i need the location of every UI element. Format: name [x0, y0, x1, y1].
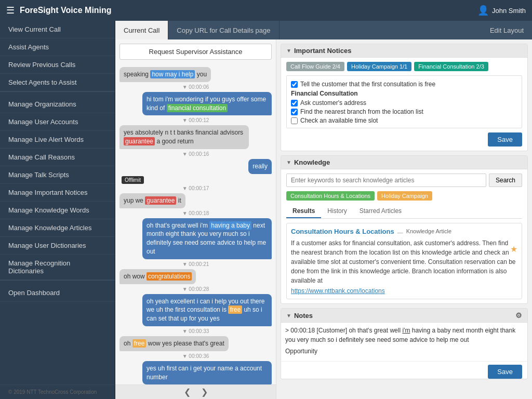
msg-customer-2: really [119, 158, 272, 175]
knowledge-search-row: Search [286, 174, 522, 187]
right-panel: ▼ Important Notices Call Flow Guide 2/4 … [276, 39, 532, 399]
tabs-left: Current Call Copy URL for Call Details p… [115, 21, 280, 39]
highlight-financial-consultation: financial consultation [167, 104, 228, 112]
checklist-item-notice: Tell the customer that the first consult… [291, 81, 517, 88]
article-separator: — [397, 229, 403, 235]
highlight-congratulations: congratulations [147, 272, 192, 281]
checklist-checkbox-nearest-branch[interactable] [291, 109, 298, 115]
checklist-label-notice: Tell the customer that the first consult… [300, 81, 435, 88]
highlight-guarantee-1: guarantee [124, 137, 155, 145]
tag-call-flow-guide[interactable]: Call Flow Guide 2/4 [286, 62, 344, 71]
sidebar-item-manage-organizations[interactable]: Manage Organizations [0, 96, 115, 113]
header-left: ☰ ForeSight Voice Mining [6, 5, 112, 16]
user-info: 👤 John Smith [477, 5, 526, 16]
sidebar-item-manage-call-reasons[interactable]: Manage Call Reasons [0, 149, 115, 166]
msg-customer-3: oh that's great well i'm having a baby n… [119, 217, 272, 260]
timestamp-1: ▼ 00:00:06 [119, 84, 272, 90]
timestamp-4: ▼ 00:00:17 [119, 185, 272, 191]
notes-save-row: Save [281, 361, 527, 368]
edit-layout-button[interactable]: Edit Layout [482, 21, 532, 39]
sidebar-item-view-current-call[interactable]: View Current Call [0, 21, 115, 38]
msg-customer-5: yes uh first can i get your name a accou… [119, 360, 272, 384]
app-title: ForeSight Voice Mining [20, 6, 112, 15]
sidebar-item-manage-user-accounts[interactable]: Manage User Accounts [0, 113, 115, 131]
offlimit-tooltip: Offlimit [122, 176, 144, 184]
knowledge-tab-bar: Results History Starred Articles [286, 205, 522, 219]
tab-history[interactable]: History [321, 205, 353, 218]
checklist-item-time-slot: Check an available time slot [291, 117, 517, 124]
nav-expand-icon[interactable]: ❯ [201, 387, 208, 397]
highlight-guarantee-2: guarantee [145, 196, 176, 205]
sidebar: View Current Call Assist Agents Review P… [0, 21, 115, 399]
request-supervisor-btn[interactable]: Request Supervisor Assistance [119, 44, 272, 60]
sidebar-footer: © 2019 NTT TechnoCross Corporation [0, 384, 115, 399]
save-notes-button[interactable]: Save [488, 365, 522, 379]
sidebar-item-assist-agents[interactable]: Assist Agents [0, 38, 115, 56]
tab-starred-articles[interactable]: Starred Articles [353, 205, 408, 218]
article-title: Consultation Hours & Locations [291, 228, 394, 235]
chat-bottom-nav: ❮ ❯ [115, 384, 276, 399]
sidebar-item-manage-recognition-dictionaries[interactable]: Manage Recognition Dictionaries [0, 255, 115, 280]
notes-subtext: Opportunity [285, 347, 523, 356]
timestamp-6: ▼ 00:00:21 [119, 261, 272, 267]
chat-panel: Request Supervisor Assistance speaking h… [115, 39, 276, 399]
tab-copy-url[interactable]: Copy URL for Call Details page [168, 21, 279, 39]
notes-title: Notes [294, 312, 313, 320]
sidebar-item-manage-knowledge-articles[interactable]: Manage Knowledge Articles [0, 219, 115, 237]
msg-customer-1: hi tom i'm wondering if you guys offer s… [119, 91, 272, 117]
sidebar-item-manage-talk-scripts[interactable]: Manage Talk Scripts [0, 166, 115, 184]
knowledge-tag-holiday[interactable]: Holiday Campaign [377, 191, 432, 201]
notes-header: ▼ Notes ⚙ [281, 309, 527, 323]
nav-prev-icon[interactable]: ❮ [184, 387, 191, 397]
msg-agent-3: yup we guarantee it [119, 192, 272, 209]
checklist-checkbox-address[interactable] [291, 100, 298, 107]
timestamp-7: ▼ 00:00:28 [119, 286, 272, 292]
sidebar-item-manage-user-dictionaries[interactable]: Manage User Dictionaries [0, 237, 115, 255]
chat-messages: speaking how may i help you ▼ 00:00:06 h… [115, 64, 276, 384]
knowledge-tag-consultation[interactable]: Consultation Hours & Locations [286, 191, 375, 201]
checklist-checkbox-time-slot[interactable] [291, 117, 298, 124]
checklist-label-nearest-branch: Find the nearest branch from the locatio… [300, 108, 423, 115]
knowledge-body: Search Consultation Hours & Locations Ho… [281, 169, 527, 303]
sidebar-item-open-dashboard[interactable]: Open Dashboard [0, 284, 115, 302]
checklist-label-time-slot: Check an available time slot [300, 117, 378, 124]
notes-body: > 00:00:18 [Customer] oh that's great we… [281, 323, 527, 361]
timestamp-8: ▼ 00:00:33 [119, 328, 272, 334]
knowledge-search-button[interactable]: Search [489, 174, 522, 187]
tag-holiday-campaign[interactable]: Holiday Campaign 1/1 [347, 62, 411, 71]
hamburger-icon[interactable]: ☰ [6, 5, 15, 16]
tag-financial-consultation[interactable]: Financial Consultation 2/3 [414, 62, 488, 71]
msg-agent-2: yes absolutely n t t banks financial adv… [119, 124, 272, 150]
article-subtitle: Knowledge Article [406, 228, 451, 234]
important-notices-title: Important Notices [294, 47, 352, 55]
knowledge-search-input[interactable] [286, 174, 486, 187]
sidebar-item-manage-live-alert-words[interactable]: Manage Live Alert Words [0, 131, 115, 149]
article-link[interactable]: https://www.nttbank.com/locations [291, 287, 385, 295]
notice-tags: Call Flow Guide 2/4 Holiday Campaign 1/1… [286, 62, 522, 71]
notes-gear-icon[interactable]: ⚙ [515, 311, 522, 320]
timestamp-9: ▼ 00:00:36 [119, 353, 272, 359]
checklist-checkbox-notice[interactable] [291, 81, 298, 88]
save-notices-button[interactable]: Save [488, 132, 522, 147]
tab-results[interactable]: Results [286, 205, 321, 218]
msg-agent-4: oh wow congratulations [119, 268, 272, 285]
checklist-label-address: Ask customer's address [300, 99, 366, 107]
important-notices-chevron: ▼ [286, 48, 291, 54]
main-layout: View Current Call Assist Agents Review P… [0, 21, 532, 399]
important-notices-header: ▼ Important Notices [281, 44, 527, 58]
tab-current-call[interactable]: Current Call [115, 21, 168, 39]
offlimit-tooltip-area: Offlimit [119, 176, 272, 184]
sidebar-item-select-agents-to-assist[interactable]: Select Agents to Assist [0, 74, 115, 91]
notes-chevron: ▼ [286, 313, 291, 318]
sidebar-item-manage-important-notices[interactable]: Manage Important Notices [0, 184, 115, 202]
star-icon[interactable]: ★ [510, 244, 517, 254]
sidebar-item-review-previous-calls[interactable]: Review Previous Calls [0, 56, 115, 74]
panels: Request Supervisor Assistance speaking h… [115, 39, 532, 399]
save-row-notices: Save [286, 132, 522, 147]
main-content: Current Call Copy URL for Call Details p… [115, 21, 532, 399]
highlight-having-a-baby: having a baby [209, 221, 251, 230]
tabs-bar: Current Call Copy URL for Call Details p… [115, 21, 532, 39]
sidebar-item-manage-knowledge-words[interactable]: Manage Knowledge Words [0, 202, 115, 219]
important-notices-body: Call Flow Guide 2/4 Holiday Campaign 1/1… [281, 58, 527, 151]
app-header: ☰ ForeSight Voice Mining 👤 John Smith [0, 0, 532, 21]
